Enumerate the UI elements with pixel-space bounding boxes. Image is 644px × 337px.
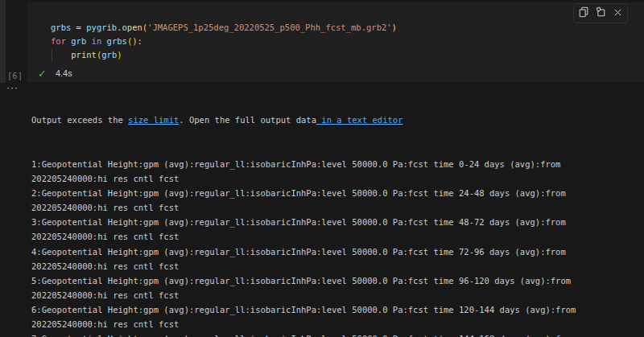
- output-line: 202205240000:hi res cntl fcst: [31, 317, 576, 331]
- code-token: pygrib: [86, 23, 117, 32]
- output-line: 202205240000:hi res cntl fcst: [31, 259, 576, 273]
- code-line: print(grb): [51, 48, 397, 62]
- code-line: for grb in grbs():: [51, 35, 397, 48]
- clipboard-button[interactable]: [592, 6, 609, 22]
- output-line: 4:Geopotential Height:gpm (avg):regular_…: [31, 245, 576, 259]
- clipboard-icon: [595, 6, 606, 20]
- code-token: open: [122, 23, 142, 32]
- close-icon: [613, 7, 623, 20]
- code-token: 'JMAGEPS_1p25deg_20220525_p500_Phh_fcst_…: [147, 23, 391, 32]
- code-token: grbs: [51, 23, 71, 32]
- output-line: 3:Geopotential Height:gpm (avg):regular_…: [31, 215, 576, 229]
- code-token: [51, 50, 71, 60]
- output-line: 202205240000:hi res cntl fcst: [31, 200, 576, 215]
- code-token: ): [117, 50, 122, 60]
- code-token: (): [127, 36, 138, 46]
- code-token: =: [71, 23, 86, 32]
- output-menu-ellipsis[interactable]: ···: [6, 82, 19, 93]
- code-token: for: [51, 36, 66, 46]
- close-button[interactable]: [610, 6, 626, 22]
- code-token: in: [92, 36, 102, 46]
- execution-count-badge: [6]: [7, 71, 23, 80]
- cell-focus-indicator: [0, 0, 6, 83]
- code-token: grbs: [107, 36, 127, 46]
- output-line: 2:Geopotential Height:gpm (avg):regular_…: [31, 186, 576, 200]
- code-token: grb: [101, 50, 117, 60]
- cell-status-bar: ✓ 4.4s: [38, 65, 72, 81]
- output-info-text: . Open the full output data: [179, 115, 316, 125]
- cell-toolbar: [573, 3, 628, 23]
- code-cell: grbs = pygrib.open('JMAGEPS_1p25deg_2022…: [27, 2, 644, 83]
- copy-output-button[interactable]: [576, 6, 592, 22]
- output-line: 202205240000:hi res cntl fcst: [31, 171, 576, 186]
- output-info-text: Output exceeds the: [31, 115, 128, 125]
- success-check-icon: ✓: [38, 68, 47, 79]
- text-editor-link[interactable]: in a text editor: [316, 115, 402, 125]
- code-line: grbs = pygrib.open('JMAGEPS_1p25deg_2022…: [51, 21, 397, 35]
- code-token: grb: [71, 36, 86, 46]
- code-editor[interactable]: grbs = pygrib.open('JMAGEPS_1p25deg_2022…: [51, 21, 397, 62]
- code-token: print: [71, 50, 97, 60]
- output-line: 5:Geopotential Height:gpm (avg):regular_…: [31, 273, 576, 288]
- code-token: :: [138, 36, 142, 46]
- output-line: 202205240000:hi res cntl fcst: [31, 288, 576, 302]
- size-limit-link[interactable]: size limit: [128, 115, 179, 125]
- output-info-line: Output exceeds the size limit. Open the …: [31, 113, 576, 127]
- output-line: 1:Geopotential Height:gpm (avg):regular_…: [31, 157, 576, 171]
- output-line: 6:Geopotential Height:gpm (avg):regular_…: [31, 302, 576, 317]
- code-token: ): [392, 23, 397, 32]
- indent-guide: [52, 49, 52, 62]
- output-lines: 1:Geopotential Height:gpm (avg):regular_…: [31, 157, 576, 337]
- execution-duration: 4.4s: [56, 68, 72, 78]
- output-line: 202205240000:hi res cntl fcst: [31, 229, 576, 244]
- output-area: Output exceeds the size limit. Open the …: [31, 84, 576, 337]
- output-line: 7:Geopotential Height:gpm (avg):regular_…: [31, 331, 576, 337]
- notebook-window: grbs = pygrib.open('JMAGEPS_1p25deg_2022…: [0, 0, 644, 337]
- copy-output-icon: [578, 6, 589, 20]
